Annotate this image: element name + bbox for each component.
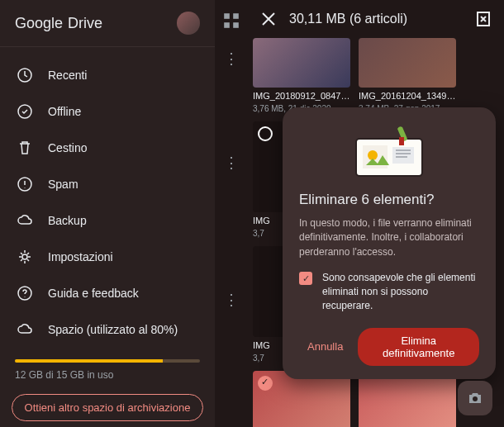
nav-settings[interactable]: Impostazioni [0, 239, 215, 275]
clock-icon [17, 67, 33, 83]
nav-label: Spazio (utilizzato al 80%) [48, 323, 178, 336]
cloud-icon [17, 212, 33, 229]
delete-illustration-icon [340, 122, 439, 180]
camera-icon [467, 390, 483, 406]
sidebar: Google Drive Recenti Offline Cestino Spa… [0, 0, 215, 427]
svg-rect-13 [392, 147, 414, 164]
more-icon[interactable]: ⋮ [224, 291, 239, 309]
nav: Recenti Offline Cestino Spam Backup Impo… [0, 50, 215, 354]
divider [0, 46, 215, 47]
file-name: IMG_20161204_134948757_… [359, 91, 456, 101]
camera-fab[interactable] [458, 381, 492, 415]
nav-label: Cestino [48, 141, 87, 154]
selection-check[interactable] [258, 376, 273, 391]
file-thumbnail [253, 371, 350, 427]
offline-icon [17, 103, 33, 120]
grid-view-icon[interactable] [222, 12, 240, 30]
nav-label: Spam [48, 178, 78, 191]
svg-rect-7 [224, 22, 230, 28]
selection-topbar: 30,11 MB (6 articoli) [248, 0, 504, 38]
file-item[interactable]: IMG_20161204_134948757_… 3,74 MB, 27 gen… [359, 38, 456, 113]
close-icon[interactable] [259, 10, 278, 28]
storage-fill [15, 359, 163, 363]
logo-light: Drive [68, 15, 102, 32]
spam-icon [17, 176, 33, 192]
dialog-actions: Annulla Elimina definitivamente [299, 328, 479, 366]
confirm-delete-button[interactable]: Elimina definitivamente [358, 328, 479, 366]
logo-bold: Google [15, 15, 63, 32]
nav-label: Guida e feedback [48, 287, 139, 300]
selection-title: 30,11 MB (6 articoli) [289, 12, 463, 26]
nav-label: Backup [48, 214, 87, 227]
cancel-button[interactable]: Annulla [299, 328, 351, 366]
nav-backup[interactable]: Backup [0, 202, 215, 239]
selection-check[interactable] [258, 126, 273, 141]
svg-rect-8 [233, 22, 239, 28]
nav-label: Recenti [48, 69, 87, 82]
nav-spam[interactable]: Spam [0, 166, 215, 202]
nav-label: Offline [48, 105, 81, 118]
nav-offline[interactable]: Offline [0, 93, 215, 130]
file-item[interactable] [253, 371, 350, 427]
delete-forever-icon[interactable] [474, 10, 492, 28]
gear-icon [17, 249, 33, 265]
help-icon [17, 285, 33, 301]
delete-confirm-dialog: Eliminare 6 elementi? In questo modo, i … [283, 107, 496, 379]
acknowledge-checkbox[interactable]: ✓ [299, 272, 312, 285]
side-toolbar: ⋮ ⋮ ⋮ [215, 0, 248, 309]
file-thumbnail [253, 38, 350, 88]
dialog-body: In questo modo, i file verranno eliminat… [299, 216, 479, 259]
nav-recent[interactable]: Recenti [0, 57, 215, 93]
storage-text: 12 GB di 15 GB in uso [0, 369, 215, 391]
more-icon[interactable]: ⋮ [224, 50, 239, 68]
svg-rect-6 [233, 13, 239, 19]
logo: Google Drive [0, 0, 215, 46]
file-thumbnail [359, 371, 456, 427]
cloud-icon [17, 321, 33, 338]
storage-bar [15, 359, 200, 363]
dialog-acknowledge-row: ✓ Sono consapevole che gli elementi elim… [299, 271, 479, 312]
nav-storage[interactable]: Spazio (utilizzato al 80%) [0, 311, 215, 348]
file-item[interactable] [359, 371, 456, 427]
content-area: ⋮ ⋮ ⋮ 30,11 MB (6 articoli) IMG_20180912… [215, 0, 504, 427]
file-name: IMG_20180912_084723460… [253, 91, 350, 101]
more-icon[interactable]: ⋮ [224, 154, 239, 172]
nav-trash[interactable]: Cestino [0, 130, 215, 166]
avatar[interactable] [177, 12, 200, 35]
dialog-title: Eliminare 6 elementi? [299, 192, 479, 208]
svg-point-3 [22, 254, 27, 259]
svg-point-15 [473, 396, 478, 401]
file-thumbnail [359, 38, 456, 88]
svg-rect-14 [399, 137, 404, 145]
trash-icon [17, 140, 33, 156]
nav-label: Impostazioni [48, 250, 113, 263]
acknowledge-label: Sono consapevole che gli elementi elimin… [322, 271, 479, 312]
file-item[interactable]: IMG_20180912_084723460… 3,76 MB, 21 dic … [253, 38, 350, 113]
get-storage-button[interactable]: Ottieni altro spazio di archiviazione [12, 394, 203, 421]
svg-rect-5 [224, 13, 230, 19]
nav-help[interactable]: Guida e feedback [0, 275, 215, 311]
